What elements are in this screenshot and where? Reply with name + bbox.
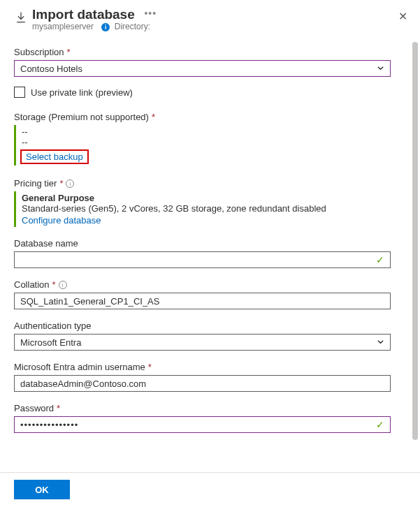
- admin-input[interactable]: databaseAdmin@Contoso.com: [14, 375, 391, 392]
- admin-label: Microsoft Entra admin username: [14, 362, 145, 372]
- page-title: Import database: [32, 7, 135, 22]
- chevron-down-icon: [377, 64, 384, 74]
- storage-line2: --: [22, 137, 391, 147]
- collation-label: Collation: [14, 279, 50, 290]
- ok-button[interactable]: OK: [14, 480, 70, 499]
- storage-block: -- -- Select backup: [14, 125, 391, 166]
- server-name: mysampleserver: [32, 22, 94, 31]
- storage-line1: --: [22, 126, 391, 137]
- private-link-checkbox[interactable]: [14, 87, 25, 98]
- select-backup-highlight: Select backup: [20, 149, 89, 164]
- close-icon[interactable]: ✕: [396, 7, 410, 26]
- subscription-value: Contoso Hotels: [20, 64, 82, 74]
- scrollbar-thumb[interactable]: [412, 42, 418, 440]
- password-value: •••••••••••••••: [20, 420, 78, 430]
- pricing-block: General Purpose Standard-series (Gen5), …: [14, 191, 391, 227]
- dbname-label: Database name: [14, 238, 78, 249]
- subscription-label: Subscription: [14, 47, 64, 57]
- admin-value: databaseAdmin@Contoso.com: [20, 379, 146, 389]
- check-icon: ✓: [376, 254, 384, 265]
- authtype-value: Microsoft Entra: [20, 337, 81, 348]
- private-link-label: Use private link (preview): [31, 87, 133, 98]
- info-icon: i: [101, 23, 110, 31]
- password-label: Password: [14, 403, 54, 413]
- directory-label: Directory:: [115, 22, 150, 31]
- more-icon[interactable]: •••: [144, 8, 157, 19]
- select-backup-link[interactable]: Select backup: [26, 152, 83, 162]
- authtype-label: Authentication type: [14, 321, 92, 331]
- pricing-title: General Purpose: [22, 193, 391, 203]
- configure-database-link[interactable]: Configure database: [22, 215, 391, 226]
- import-icon: [14, 7, 32, 27]
- password-input[interactable]: ••••••••••••••• ✓: [14, 416, 391, 433]
- pricing-detail: Standard-series (Gen5), 2 vCores, 32 GB …: [22, 203, 391, 214]
- info-tooltip-icon[interactable]: i: [66, 179, 74, 188]
- check-icon: ✓: [376, 419, 384, 430]
- collation-value: SQL_Latin1_General_CP1_CI_AS: [20, 296, 159, 307]
- collation-input[interactable]: SQL_Latin1_General_CP1_CI_AS: [14, 293, 391, 309]
- info-tooltip-icon[interactable]: i: [59, 281, 67, 289]
- dbname-input[interactable]: ✓: [14, 251, 391, 268]
- subscription-select[interactable]: Contoso Hotels: [14, 60, 391, 77]
- authtype-select[interactable]: Microsoft Entra: [14, 334, 391, 351]
- storage-label: Storage (Premium not supported): [14, 112, 149, 122]
- pricing-label: Pricing tier: [14, 178, 57, 189]
- chevron-down-icon: [377, 337, 384, 348]
